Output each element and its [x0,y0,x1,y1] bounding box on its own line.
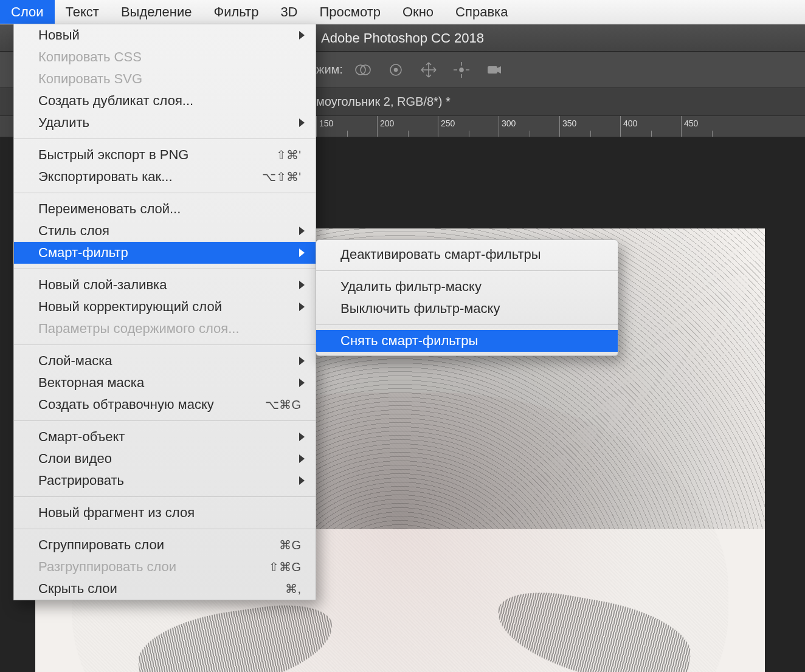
menu-item-label: Слой-маска [38,353,112,369]
menu-item-label: Сгруппировать слои [38,537,164,553]
layers_menu-item[interactable]: Создать дубликат слоя... [14,90,316,112]
layers_menu-item[interactable]: Переименовать слой... [14,198,316,220]
menu-item-label: Копировать CSS [38,49,142,65]
layers_menu-item[interactable]: Экспортировать как...⌥⇧⌘' [14,166,316,188]
menu-item-label: Смарт-фильтр [38,245,128,261]
menu-item-label: Смарт-объект [38,429,125,445]
menu-item-shortcut: ⌥⇧⌘' [244,170,301,184]
layers_menu-item[interactable]: Векторная маска [14,372,316,394]
menu-item-shortcut: ⌘, [267,581,301,596]
menu-separator [14,193,316,193]
menubar-item-view[interactable]: Просмотр [309,0,392,24]
smartfilter_submenu-item[interactable]: Деактивировать смарт-фильтры [316,244,618,266]
menu-item-label: Экспортировать как... [38,169,173,185]
menu-item-label: Переименовать слой... [38,201,181,217]
menu-item-label: Создать дубликат слоя... [38,93,193,109]
layers_menu-item[interactable]: Стиль слоя [14,220,316,242]
layers_menu-item[interactable]: Удалить [14,112,316,134]
menu-separator [14,139,316,139]
layers_menu-item: Параметры содержимого слоя... [14,318,316,340]
menu-separator [316,324,618,325]
menu-separator [14,420,316,421]
layers_menu-item: Разгруппировать слои⇧⌘G [14,556,316,578]
smart-filter-submenu: Деактивировать смарт-фильтрыУдалить филь… [316,239,618,356]
smartfilter_submenu-item[interactable]: Удалить фильтр-маску [316,276,618,298]
menubar-item-text[interactable]: Текст [55,0,110,24]
menu-item-label: Создать обтравочную маску [38,397,214,413]
menu-separator [316,270,618,271]
layers_menu-item[interactable]: Новый корректирующий слой [14,296,316,318]
svg-rect-5 [488,66,497,74]
app-title: Adobe Photoshop CC 2018 [321,30,484,46]
menubar-item-help[interactable]: Справка [444,0,519,24]
menu-item-label: Новый [38,27,80,43]
menu-separator [14,529,316,529]
layers_menu-item[interactable]: Новый слой-заливка [14,274,316,296]
menu-item-label: Копировать SVG [38,71,142,87]
svg-point-3 [394,68,397,71]
menu-item-label: Слои видео [38,451,112,467]
menu-item-shortcut: ⌘G [261,538,301,552]
menu-item-label: Стиль слоя [38,223,109,239]
ruler-tick: 450 [681,116,742,137]
ruler-tick: 150 [316,116,377,137]
layers_menu-item[interactable]: Быстрый экспорт в PNG⇧⌘' [14,144,316,166]
menubar-item-layers[interactable]: Слои [0,0,55,24]
document-tab[interactable]: моугольник 2, RGB/8*) * [316,95,451,109]
menu-item-label: Быстрый экспорт в PNG [38,147,188,163]
menu-item-label: Новый фрагмент из слоя [38,505,195,521]
smartfilter_submenu-item[interactable]: Снять смарт-фильтры [316,330,618,352]
layers_menu-item[interactable]: Смарт-фильтр [14,242,316,264]
menu-item-label: Удалить фильтр-маску [340,279,482,295]
layers_menu-item[interactable]: Сгруппировать слои⌘G [14,534,316,556]
layers_menu-item: Копировать SVG [14,68,316,90]
layers_menu-item[interactable]: Создать обтравочную маску⌥⌘G [14,394,316,416]
menu-item-label: Новый корректирующий слой [38,299,222,315]
menubar-item-3d[interactable]: 3D [269,0,308,24]
menu-item-label: Выключить фильтр-маску [340,301,500,317]
ruler-tick: 400 [620,116,681,137]
menu-separator [14,496,316,497]
ruler-tick: 350 [559,116,620,137]
overlap-shapes-icon[interactable] [353,60,373,80]
layers_menu-item[interactable]: Слой-маска [14,350,316,372]
target-icon[interactable] [385,60,406,80]
layers_menu-item: Копировать CSS [14,46,316,68]
menu-item-label: Снять смарт-фильтры [340,333,478,349]
layers_menu-item[interactable]: Растрировать [14,470,316,492]
mac-menubar: Слои Текст Выделение Фильтр 3D Просмотр … [0,0,805,24]
menu-item-label: Скрыть слои [38,581,117,597]
menu-item-label: Новый слой-заливка [38,277,167,293]
toolbar-icon-group [353,60,505,80]
layers_menu-item[interactable]: Смарт-объект [14,426,316,448]
layers_menu-item[interactable]: Новый фрагмент из слоя [14,502,316,524]
layers_menu-item[interactable]: Новый [14,24,316,46]
menu-item-shortcut: ⇧⌘G [250,560,301,574]
menubar-item-window[interactable]: Окно [392,0,444,24]
ruler-tick: 200 [377,116,438,137]
menu-item-shortcut: ⇧⌘' [258,148,301,162]
menu-item-label: Параметры содержимого слоя... [38,321,240,337]
menubar-item-filter[interactable]: Фильтр [202,0,269,24]
layers-menu: НовыйКопировать CSSКопировать SVGСоздать… [13,24,316,600]
menu-item-label: Растрировать [38,473,124,489]
layers_menu-item[interactable]: Скрыть слои⌘, [14,578,316,600]
move-arrows-icon[interactable] [418,60,439,80]
ruler-tick: 300 [499,116,559,137]
svg-point-4 [460,68,463,72]
menu-item-shortcut: ⌥⌘G [247,397,301,412]
menu-separator [14,345,316,345]
menu-item-label: Деактивировать смарт-фильтры [340,247,541,262]
menu-separator [14,269,316,269]
menu-item-label: Удалить [38,115,89,131]
menubar-item-select[interactable]: Выделение [110,0,203,24]
crosshair-dot-icon[interactable] [451,60,472,80]
menu-item-label: Разгруппировать слои [38,559,176,575]
camera-icon[interactable] [484,60,505,80]
ruler-tick: 250 [438,116,499,137]
toolbar-mode-label: жим: [316,63,343,77]
smartfilter_submenu-item[interactable]: Выключить фильтр-маску [316,298,618,320]
menu-item-label: Векторная маска [38,375,144,391]
layers_menu-item[interactable]: Слои видео [14,448,316,470]
